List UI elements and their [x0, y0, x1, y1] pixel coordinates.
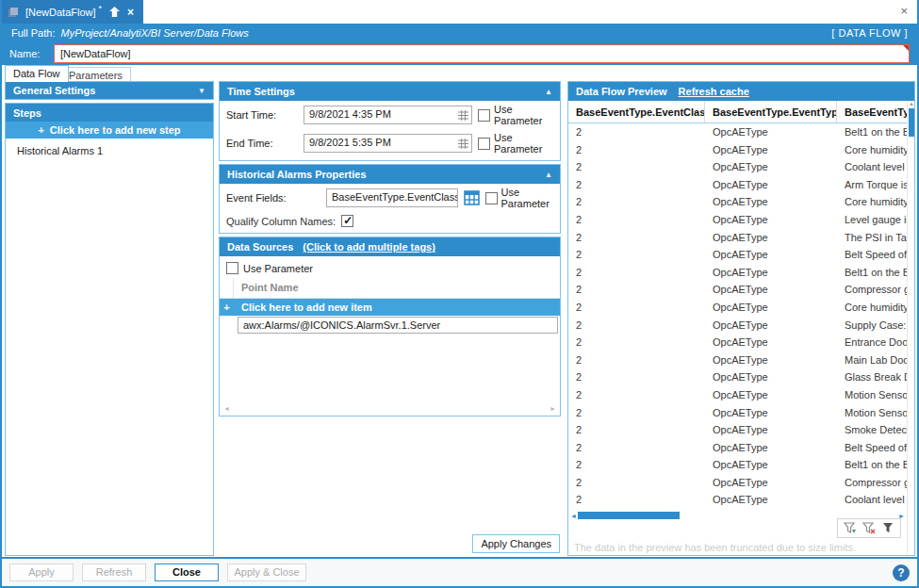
table-cell: Belt Speed of Pu — [837, 439, 907, 457]
table-cell: Compressor gaug — [837, 474, 907, 492]
add-step-button[interactable]: + Click here to add new step — [6, 122, 213, 139]
scroll-right-icon[interactable]: ► — [550, 405, 556, 412]
preview-header: Data Flow Preview Refresh cache — [568, 82, 914, 101]
data-sources-hscrollbar[interactable]: ◄ ► — [220, 401, 560, 415]
table-row[interactable]: 2OpcAETypeCore humidity is — [568, 299, 907, 317]
tab-data-flow[interactable]: Data Flow — [5, 65, 69, 82]
chevron-up-icon[interactable]: ▲ — [545, 171, 552, 179]
event-fields-input[interactable]: BaseEventType.EventClass;BaseEventType — [326, 188, 458, 207]
table-cell: 2 — [568, 176, 705, 194]
table-cell: 2 — [568, 491, 705, 509]
table-row[interactable]: 2OpcAETypeCore humidity is — [568, 141, 907, 159]
event-fields-use-parameter-checkbox[interactable] — [485, 192, 498, 204]
close-button[interactable]: Close — [155, 564, 219, 581]
date-picker-icon[interactable] — [458, 110, 468, 121]
general-settings-label: General Settings — [13, 85, 95, 96]
help-icon[interactable]: ? — [893, 564, 910, 581]
table-cell: 2 — [568, 386, 705, 404]
add-multiple-tags-link[interactable]: (Click to add multiple tags) — [303, 241, 435, 253]
table-row[interactable]: 2OpcAETypeThe PSI in Tank1 — [568, 229, 907, 247]
clear-filter-icon[interactable] — [862, 522, 876, 534]
add-item-button[interactable]: + Click here to add new item — [220, 299, 560, 316]
scroll-left-icon[interactable]: ◄ — [570, 513, 577, 519]
document-tab-title: [NewDataFlow] — [25, 7, 96, 18]
end-use-parameter-checkbox[interactable] — [478, 138, 490, 150]
table-row[interactable]: 2OpcAETypeCompressor gaug — [568, 281, 907, 299]
column-header-message[interactable]: BaseEventType.Me — [837, 101, 907, 122]
data-sources-header: Data Sources (Click to add multiple tags… — [220, 237, 560, 256]
table-row[interactable]: 2OpcAETypeCore humidity is — [568, 193, 907, 211]
table-cell: 2 — [568, 229, 705, 247]
tab-parameters[interactable]: Parameters — [60, 67, 131, 82]
date-picker-icon[interactable] — [458, 139, 468, 149]
start-use-parameter-checkbox[interactable] — [478, 109, 490, 122]
chevron-down-icon[interactable]: ▼ — [198, 87, 205, 95]
table-row[interactable]: 2OpcAETypeLevel gauge is no — [568, 211, 907, 229]
alarm-properties-header[interactable]: Historical Alarms Properties ▲ — [220, 165, 560, 184]
window-close-icon[interactable]: × — [900, 4, 908, 18]
table-cell: 2 — [568, 246, 705, 264]
point-name-column-header[interactable]: Point Name — [234, 278, 306, 298]
table-row[interactable]: 2OpcAETypeBelt Speed of Pu — [568, 439, 907, 457]
column-header-eventtype[interactable]: BaseEventType.EventType [Strin — [705, 101, 837, 122]
chevron-up-icon[interactable]: ▲ — [545, 88, 552, 96]
apply-and-close-button[interactable]: Apply & Close — [227, 564, 306, 581]
step-list-item[interactable]: Historical Alarms 1 — [6, 139, 213, 163]
hscroll-thumb[interactable] — [578, 512, 680, 519]
time-settings-header[interactable]: Time Settings ▲ — [220, 82, 560, 101]
start-time-input[interactable]: 9/8/2021 4:35 PM — [304, 106, 472, 124]
start-use-parameter: Use Parameter — [478, 104, 553, 126]
column-header-eventclass[interactable]: BaseEventType.EventClass [UInt — [568, 101, 705, 122]
table-row[interactable]: 2OpcAETypeEntrance Door Co — [568, 334, 907, 351]
table-row[interactable]: 2OpcAETypeMotion Sensor P — [568, 386, 907, 404]
end-time-input[interactable]: 9/8/2021 5:35 PM — [304, 134, 472, 153]
edit-filter-icon[interactable] — [844, 522, 857, 534]
table-row[interactable]: 2OpcAETypeMotion Sensor P — [568, 404, 907, 422]
table-row[interactable]: 2OpcAETypeGlass Break Dete — [568, 368, 907, 386]
document-tab[interactable]: [NewDataFlow]* × — [2, 0, 143, 24]
apply-changes-button[interactable]: Apply Changes — [472, 534, 560, 553]
table-row[interactable]: 2OpcAETypeSupply Case: But — [568, 317, 907, 335]
qualify-checkbox[interactable] — [341, 215, 353, 227]
table-row[interactable]: 2OpcAETypeCompressor gaug — [568, 474, 907, 492]
filter-icon[interactable] — [881, 522, 894, 534]
table-row[interactable]: 2OpcAETypeCoolant level is c — [568, 491, 907, 509]
general-settings-header[interactable]: General Settings ▼ — [5, 81, 214, 100]
table-cell: 2 — [568, 141, 705, 159]
data-sources-body: Use Parameter Point Name + Click here to… — [220, 256, 560, 415]
table-cell: 2 — [568, 439, 705, 457]
table-cell: The PSI in Tank1 — [837, 229, 907, 247]
table-cell: OpcAEType — [705, 176, 837, 194]
scroll-up-icon[interactable]: ▲ — [909, 101, 914, 106]
table-row[interactable]: 2OpcAETypeMain Lab Door C — [568, 351, 907, 369]
table-row[interactable]: 2OpcAETypeSmoke Detector — [568, 421, 907, 439]
point-name-input[interactable]: awx:Alarms/@ICONICS.AlarmSvr.1.Server — [238, 317, 558, 334]
table-row[interactable]: 2OpcAETypeBelt1 on the Box — [568, 264, 907, 282]
name-input[interactable]: [NewDataFlow] — [54, 44, 910, 63]
table-row[interactable]: 2OpcAETypeCoolant level is lo — [568, 158, 907, 176]
home-icon[interactable] — [108, 7, 121, 18]
table-row[interactable]: 2OpcAETypeBelt1 on the Box — [568, 123, 907, 141]
middle-panel: Time Settings ▲ Start Time: 9/8/2021 4:3… — [219, 81, 561, 556]
table-cell: 2 — [568, 123, 705, 141]
apply-button[interactable]: Apply — [9, 564, 74, 581]
steps-header: Steps — [6, 104, 213, 122]
table-cell: Supply Case: But — [837, 317, 907, 335]
data-flow-preview-panel: Data Flow Preview Refresh cache BaseEven… — [567, 81, 915, 556]
field-picker-icon[interactable] — [464, 190, 480, 205]
data-sources-use-parameter-checkbox[interactable] — [226, 262, 238, 274]
refresh-cache-link[interactable]: Refresh cache — [679, 86, 749, 97]
table-row[interactable]: 2OpcAETypeBelt1 on the Box — [568, 456, 907, 474]
truncation-note: The data in the preview has been truncat… — [574, 542, 856, 553]
tab-close-icon[interactable]: × — [127, 6, 134, 19]
table-row[interactable]: 2OpcAETypeArm Torque is Hi — [568, 176, 907, 194]
type-badge: [ DATA FLOW ] — [831, 27, 908, 39]
refresh-button[interactable]: Refresh — [82, 564, 146, 581]
preview-vscrollbar[interactable]: ▲ — [907, 101, 914, 555]
table-row[interactable]: 2OpcAETypeBelt Speed of Pu — [568, 246, 907, 264]
scroll-left-icon[interactable]: ◄ — [223, 405, 230, 412]
vscroll-thumb[interactable] — [909, 108, 914, 137]
table-cell: 2 — [568, 334, 705, 351]
table-cell: 2 — [568, 456, 705, 474]
time-settings-label: Time Settings — [227, 86, 295, 97]
